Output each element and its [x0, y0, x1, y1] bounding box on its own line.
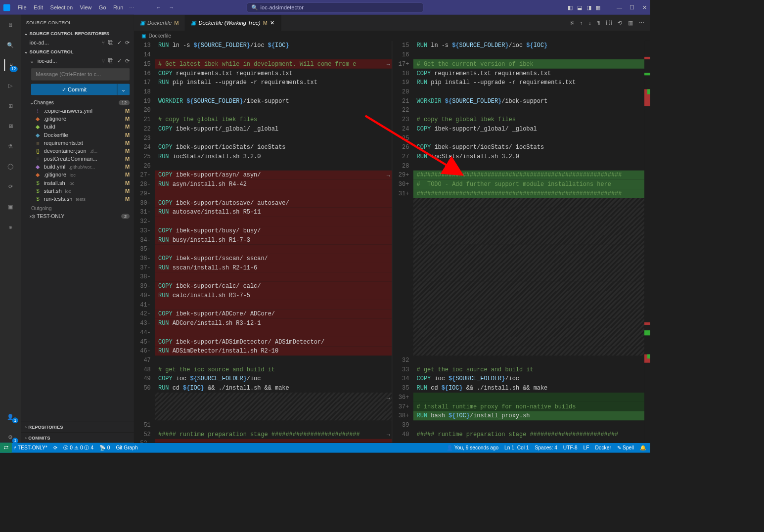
code-line[interactable]: ##### runtime preparation stage ########… [155, 430, 392, 439]
revert-icon[interactable]: ⟲ [618, 20, 622, 26]
code-line[interactable] [155, 328, 392, 337]
file-row[interactable]: {}devcontainer.json.d...M [21, 147, 134, 155]
diff-editor[interactable]: 131415161718192021222324252627-28-29-30-… [134, 41, 650, 443]
code-line[interactable] [413, 393, 650, 402]
code-line[interactable]: WORKDIR ${SOURCE_FOLDER}/ibek-support [413, 96, 650, 106]
code-line[interactable] [413, 263, 650, 272]
testing-icon[interactable]: ⚗ [4, 140, 16, 152]
menu-edit[interactable]: Edit [30, 2, 46, 12]
code-line[interactable] [413, 50, 650, 59]
code-line[interactable] [155, 420, 392, 430]
code-line[interactable]: COPY ioc ${SOURCE_FOLDER}/ioc [413, 374, 650, 384]
code-line[interactable]: RUN ADSimDetector/install.sh R2-10 [155, 346, 392, 355]
tab-dockerfile-working[interactable]: ▣ Dockerfile (Working Tree) M ✕ [185, 15, 281, 31]
remote-explorer-icon[interactable]: 🖥 [4, 120, 16, 132]
code-line[interactable]: WORKDIR ${SOURCE_FOLDER}/ibek-support [155, 96, 392, 106]
code-line[interactable]: COPY requirements.txt requirements.txt [413, 69, 650, 78]
check-icon[interactable]: ✓ [117, 40, 122, 46]
code-line[interactable]: COPY ibek-support/busy/ busy/ [155, 226, 392, 235]
code-line[interactable]: COPY ibek-support/iocStats/ iocStats [413, 143, 650, 152]
search-icon[interactable]: 🔍 [4, 39, 16, 51]
status-problems[interactable]: ⓧ 0 ⚠ 0 ⓘ 4 [63, 444, 93, 451]
close-tab-icon[interactable]: ✕ [270, 20, 274, 26]
revert-change-icon[interactable]: → [387, 60, 390, 70]
code-line[interactable]: COPY requirements.txt requirements.txt [155, 69, 392, 78]
docker-icon[interactable]: ▣ [4, 201, 16, 213]
code-line[interactable]: COPY ibek-support/calc/ calc/ [155, 281, 392, 291]
code-line[interactable] [413, 87, 650, 96]
check-icon[interactable]: ✓ [117, 58, 122, 64]
status-spell[interactable]: ✎ Spell [617, 445, 634, 451]
menu-run[interactable]: Run [110, 2, 127, 12]
menu-overflow-icon[interactable]: ⋯ [129, 4, 135, 11]
branch-icon[interactable]: ⑂ [101, 58, 105, 64]
code-line[interactable]: RUN cd ${IOC} && ./install.sh && make [413, 383, 650, 393]
breadcrumb[interactable]: ▣ Dockerfile [134, 31, 650, 41]
code-line[interactable]: RUN ln -s ${SOURCE_FOLDER}/ioc ${IOC} [413, 41, 650, 50]
revert-change-icon[interactable]: → [387, 431, 390, 440]
code-line[interactable] [155, 133, 392, 143]
run-debug-icon[interactable]: ▷ [4, 80, 16, 91]
code-line[interactable] [155, 402, 392, 411]
code-line[interactable] [155, 217, 392, 226]
overview-ruler[interactable] [644, 41, 650, 443]
code-line[interactable]: RUN ln -s ${SOURCE_FOLDER}/ioc ${IOC} [155, 41, 392, 50]
code-line[interactable]: # install runtime proxy for non-native b… [413, 402, 650, 411]
kubernetes-icon[interactable]: ⎈ [4, 221, 16, 233]
code-line[interactable] [413, 281, 650, 291]
status-blame[interactable]: 👤 You, 9 seconds ago [447, 445, 498, 451]
code-line[interactable] [413, 337, 650, 347]
menu-file[interactable]: File [14, 2, 30, 12]
nav-forward-icon[interactable]: → [169, 4, 174, 11]
graph-icon[interactable]: ⿻ [108, 40, 114, 46]
code-line[interactable] [155, 87, 392, 96]
code-line[interactable]: COPY ioc ${SOURCE_FOLDER}/ioc [155, 374, 392, 384]
sync-icon[interactable]: ⟳ [125, 58, 130, 64]
prev-change-icon[interactable]: ↑ [580, 20, 583, 26]
code-line[interactable]: COPY ibek-support/ADSimDetector/ ADSimDe… [155, 337, 392, 347]
code-line[interactable]: RUN pip install --upgrade -r requirement… [413, 78, 650, 87]
status-branch[interactable]: ⑂ TEST-ONLY* [13, 445, 47, 451]
file-row[interactable]: ◆.gitignoreiocM [21, 171, 134, 179]
code-line[interactable] [155, 161, 392, 171]
file-row[interactable]: ≡postCreateComman...M [21, 155, 134, 163]
next-change-icon[interactable]: ↓ [588, 20, 591, 26]
code-line[interactable] [413, 208, 650, 217]
code-line[interactable] [413, 318, 650, 328]
open-file-icon[interactable]: ⎘ [571, 20, 574, 26]
status-sync-icon[interactable]: ⟳ [53, 445, 58, 451]
commit-button[interactable]: ✓ Commit [31, 84, 117, 95]
code-line[interactable]: # copy the global ibek files [413, 115, 650, 124]
code-line[interactable]: RUN busy/install.sh R1-7-3 [155, 235, 392, 245]
more-icon[interactable]: ⋯ [639, 20, 644, 26]
code-line[interactable] [413, 310, 650, 319]
code-line[interactable]: RUN cd ${IOC} && ./install.sh && make [155, 383, 392, 393]
code-line[interactable] [413, 439, 650, 443]
status-ports[interactable]: 📡 0 [99, 445, 110, 451]
code-line[interactable] [413, 198, 650, 208]
settings-gear-icon[interactable]: ⚙1 [4, 431, 16, 443]
code-line[interactable]: # get the ioc source and build it [155, 365, 392, 374]
code-line[interactable]: RUN asyn/install.sh R4-42 [155, 179, 392, 189]
code-line[interactable] [413, 346, 650, 355]
tab-dockerfile[interactable]: ▣ Dockerfile M [134, 15, 185, 31]
status-notifications-icon[interactable]: 🔔 [640, 445, 646, 451]
code-line[interactable] [413, 254, 650, 263]
code-line[interactable]: COPY ibek-support/asyn/ asyn/ [155, 171, 392, 180]
code-line[interactable]: ########################################… [413, 171, 650, 180]
code-line[interactable] [155, 50, 392, 59]
code-line[interactable] [413, 328, 650, 337]
status-git-graph[interactable]: Git Graph [116, 445, 137, 451]
code-line[interactable]: # copy the global ibek files [155, 115, 392, 124]
status-spaces[interactable]: Spaces: 4 [535, 445, 557, 451]
code-line[interactable] [413, 272, 650, 282]
section-scm[interactable]: ⌄ SOURCE CONTROL [21, 47, 134, 56]
changes-header[interactable]: ⌄ Changes 12 [21, 98, 134, 107]
layout-left-icon[interactable]: ◧ [568, 4, 573, 11]
code-line[interactable]: COPY ibek-support/autosave/ autosave/ [155, 198, 392, 208]
code-line[interactable] [155, 393, 392, 402]
source-control-icon[interactable]: ⑂12 [4, 59, 16, 71]
split-icon[interactable]: ▥ [628, 20, 633, 26]
command-center[interactable]: 🔍 ioc-adsimdetector [246, 2, 423, 12]
code-line[interactable]: RUN iocStats/install.sh 3.2.0 [413, 152, 650, 161]
